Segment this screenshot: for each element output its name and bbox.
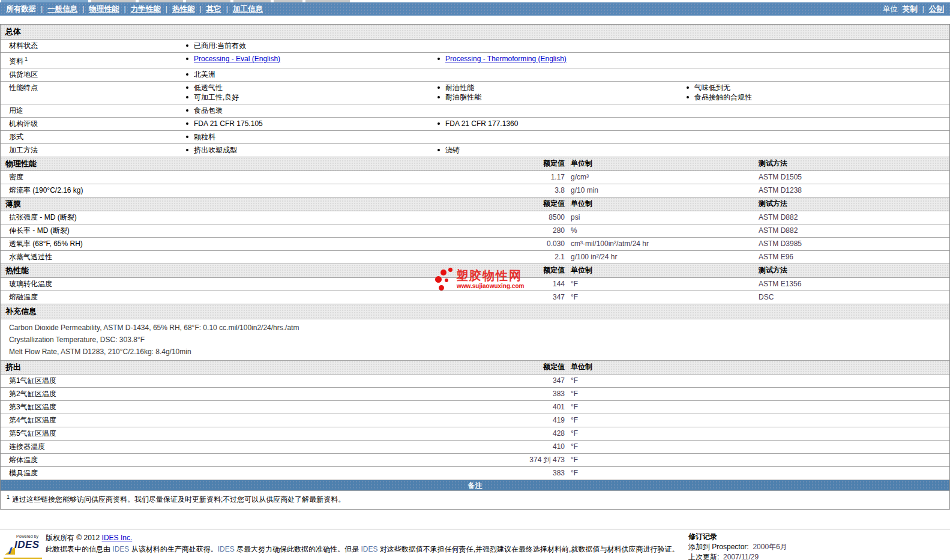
bullet-column: 挤出吹塑成型 bbox=[186, 144, 437, 157]
nav-tab-2[interactable]: 一般信息 bbox=[47, 4, 77, 14]
bullet-icon bbox=[437, 96, 440, 98]
column-header-test-method: 测试方法 bbox=[753, 264, 949, 277]
tab-remnant bbox=[139, 0, 183, 2]
ides-inc-link[interactable]: IDES Inc. bbox=[102, 534, 133, 542]
property-label: 第1气缸区温度 bbox=[1, 375, 475, 387]
test-method bbox=[753, 401, 949, 414]
property-unit: °F bbox=[565, 375, 753, 387]
section-header: 挤出额定值单位制 bbox=[1, 361, 949, 375]
property-unit: °F bbox=[565, 291, 753, 304]
property-value: 1.17 bbox=[475, 171, 565, 184]
test-method: ASTM E1356 bbox=[753, 278, 949, 291]
section-title: 薄膜 bbox=[1, 197, 475, 211]
property-value: 280 bbox=[475, 224, 565, 237]
property-label: 玻璃转化温度 bbox=[1, 278, 475, 291]
property-unit: °F bbox=[565, 388, 753, 400]
tab-remnant bbox=[91, 0, 136, 2]
property-value: 419 bbox=[475, 414, 565, 427]
bullet-item: 食品包装 bbox=[186, 106, 437, 115]
test-method: ASTM D3985 bbox=[753, 238, 949, 250]
column-header-unit-system: 单位制 bbox=[565, 197, 753, 211]
section-header: 热性能额定值单位制测试方法 bbox=[1, 264, 949, 278]
test-method: ASTM D882 bbox=[753, 211, 949, 224]
disclaimer-text: 此数据表中的信息由 IDES 从该材料的生产商处获得。IDES 尽最大努力确保此… bbox=[46, 544, 679, 555]
nav-tab-4[interactable]: 力学性能 bbox=[131, 4, 161, 14]
bullet-item: 挤出吹塑成型 bbox=[186, 145, 437, 155]
section-header: 总体 bbox=[1, 25, 949, 40]
bullet-icon bbox=[186, 149, 188, 151]
property-label: 熔体温度 bbox=[1, 454, 475, 466]
document-link[interactable]: Processing - Eval (English) bbox=[194, 54, 280, 64]
disclaimer-part: IDES bbox=[361, 545, 377, 553]
property-label: 第4气缸区温度 bbox=[1, 414, 475, 427]
property-label: 密度 bbox=[1, 171, 475, 184]
bullet-text: 气味低到无 bbox=[694, 83, 730, 92]
section-title: 物理性能 bbox=[1, 157, 475, 170]
nav-tab-1[interactable]: 所有数据 bbox=[6, 4, 36, 14]
disclaimer-part: IDES bbox=[112, 545, 129, 553]
property-value: 3.8 bbox=[475, 184, 565, 197]
bullet-icon bbox=[437, 122, 440, 125]
property-label: 性能特点 bbox=[1, 82, 186, 104]
test-method: DSC bbox=[753, 291, 949, 304]
page-footer: Powered by IDES 版权所有 © 2012 IDES Inc. 此数… bbox=[0, 529, 950, 560]
bullet-item: Processing - Thermoforming (English) bbox=[437, 54, 687, 64]
nav-separator: | bbox=[41, 5, 43, 13]
unit-imperial-active[interactable]: 英制 bbox=[903, 4, 918, 14]
bullet-column: FDA 21 CFR 177.1360 bbox=[437, 118, 687, 130]
nav-tab-5[interactable]: 热性能 bbox=[172, 4, 195, 14]
test-method bbox=[753, 467, 949, 480]
bullet-column: 已商用:当前有效 bbox=[186, 40, 437, 52]
bullet-icon bbox=[186, 122, 188, 125]
property-value: 347 bbox=[475, 375, 565, 387]
bullet-column bbox=[687, 53, 949, 68]
property-value: 383 bbox=[475, 388, 565, 400]
property-label: 第3气缸区温度 bbox=[1, 401, 475, 414]
revision-label: 上次更新: bbox=[688, 553, 719, 560]
table-row: 连接器温度410°F bbox=[1, 441, 949, 454]
table-row: 熔融温度347°FDSC bbox=[1, 291, 949, 304]
property-label: 形式 bbox=[1, 131, 186, 143]
section-title: 挤出 bbox=[1, 361, 475, 374]
table-row: 透氧率 (68°F, 65% RH)0.030cm³·mil/100in²/at… bbox=[1, 238, 949, 251]
property-unit: g/10 min bbox=[565, 184, 753, 197]
nav-tab-7[interactable]: 加工信息 bbox=[233, 4, 263, 14]
nav-tab-3[interactable]: 物理性能 bbox=[89, 4, 119, 14]
test-method bbox=[753, 375, 949, 387]
table-row: 抗张强度 - MD (断裂)8500psiASTM D882 bbox=[1, 211, 949, 224]
bullet-text: 食品接触的合规性 bbox=[694, 92, 752, 102]
property-unit: °F bbox=[565, 427, 753, 440]
table-row: 形式颗粒料 bbox=[1, 131, 949, 144]
revision-value: 2000年6月 bbox=[753, 543, 787, 551]
tab-remnant bbox=[1, 0, 88, 2]
nav-tabs: 所有数据|一般信息|物理性能|力学性能|热性能|其它|加工信息 bbox=[6, 4, 263, 14]
section-title: 热性能 bbox=[1, 264, 475, 277]
supplemental-line: Carbon Dioxide Permeability, ASTM D-1434… bbox=[1, 322, 949, 334]
revision-record: 修订记录 添加到 Prospector: 2000年6月 上次更新: 2007/… bbox=[688, 532, 787, 560]
bullet-item: 浇铸 bbox=[437, 145, 687, 155]
property-unit: °F bbox=[565, 414, 753, 427]
powered-by-label: Powered by bbox=[16, 534, 42, 539]
unit-metric-link[interactable]: 公制 bbox=[929, 4, 944, 14]
bullet-column: FDA 21 CFR 175.105 bbox=[186, 118, 437, 130]
nav-separator: | bbox=[82, 5, 84, 13]
bullet-icon bbox=[186, 109, 188, 112]
nav-separator: | bbox=[226, 5, 228, 13]
bullet-text: FDA 21 CFR 175.105 bbox=[194, 119, 263, 128]
document-link[interactable]: Processing - Thermoforming (English) bbox=[445, 54, 567, 64]
bullet-icon bbox=[437, 149, 440, 151]
nav-tab-6[interactable]: 其它 bbox=[206, 4, 221, 14]
bullet-column bbox=[687, 104, 949, 117]
disclaimer-part: 对这些数据值不承担任何责任,并强烈建议在最终选择材料前,就数据值与材料供应商进行… bbox=[377, 545, 679, 553]
property-unit: °F bbox=[565, 467, 753, 480]
bullet-item: 气味低到无 bbox=[687, 83, 949, 92]
nav-separator: | bbox=[200, 5, 202, 13]
test-method: ASTM E96 bbox=[753, 251, 949, 263]
bullet-column bbox=[437, 68, 687, 81]
table-row: Carbon Dioxide Permeability, ASTM D-1434… bbox=[1, 319, 949, 361]
bullet-icon bbox=[186, 86, 188, 89]
section-title: 补充信息 bbox=[1, 304, 949, 319]
test-method bbox=[753, 427, 949, 440]
property-label: 第2气缸区温度 bbox=[1, 388, 475, 400]
bullet-column bbox=[437, 131, 687, 143]
